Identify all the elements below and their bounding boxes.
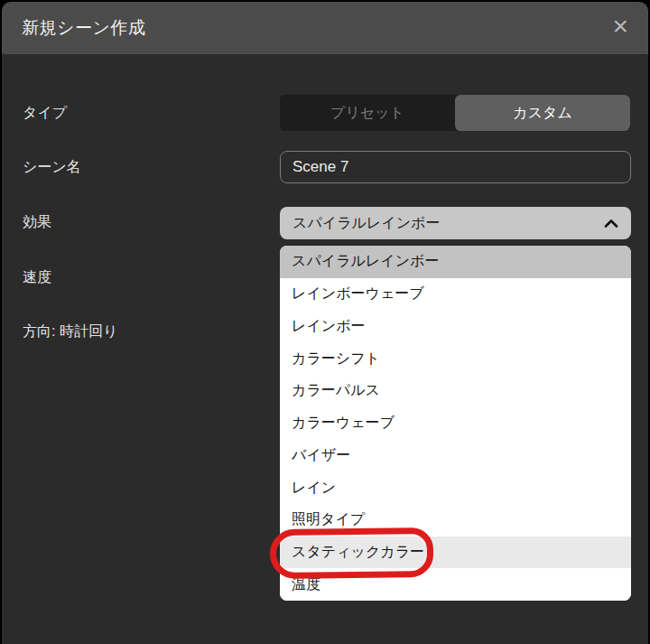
type-label: タイプ [23, 104, 67, 122]
direction-label: 方向: 時計回り [23, 322, 117, 341]
effect-dropdown-value: スパイラルレインボー [292, 214, 440, 233]
effect-dropdown-list: スパイラルレインボーレインボーウェーブレインボーカラーシフトカラーパルスカラーウ… [280, 246, 631, 601]
dropdown-item[interactable]: バイザー [280, 439, 631, 471]
chevron-up-icon [604, 219, 618, 228]
dropdown-item[interactable]: 照明タイプ [280, 504, 631, 537]
type-option-preset[interactable]: プリセット [280, 95, 455, 131]
dialog-titlebar: 新規シーン作成 × [2, 2, 648, 54]
effect-label: 効果 [23, 213, 51, 231]
new-scene-dialog: 新規シーン作成 × タイプ プリセット カスタム シーン名 効果 スパイラルレイ… [2, 2, 648, 644]
type-option-custom[interactable]: カスタム [455, 95, 630, 131]
scene-name-label: シーン名 [23, 158, 81, 176]
scene-name-input[interactable] [280, 151, 631, 183]
dialog-title: 新規シーン作成 [22, 16, 145, 40]
dropdown-item[interactable]: レインボーウェーブ [280, 278, 631, 311]
dropdown-item[interactable]: スタティックカラー [280, 537, 631, 569]
dropdown-item[interactable]: レインボー [280, 310, 631, 342]
dropdown-item[interactable]: カラーウェーブ [280, 407, 631, 440]
effect-dropdown-button[interactable]: スパイラルレインボー [280, 207, 631, 239]
dropdown-item[interactable]: カラーシフト [280, 342, 631, 375]
speed-label: 速度 [23, 268, 51, 286]
dropdown-item[interactable]: 温度 [280, 568, 631, 601]
dropdown-item[interactable]: カラーパルス [280, 375, 631, 407]
type-segmented-control: プリセット カスタム [280, 95, 630, 131]
close-icon[interactable]: × [612, 13, 628, 40]
dropdown-item[interactable]: スパイラルレインボー [280, 246, 631, 278]
dropdown-item[interactable]: レイン [280, 471, 631, 504]
